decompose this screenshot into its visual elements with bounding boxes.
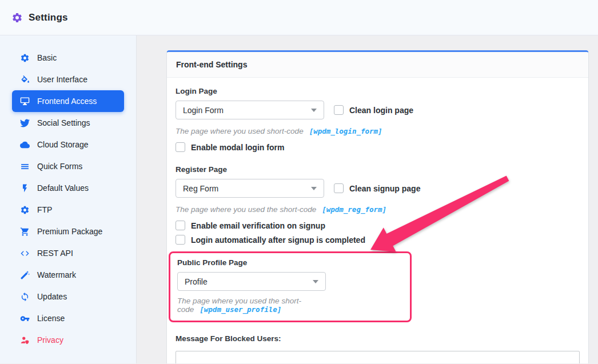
public-profile-page-select[interactable]: Profile: [177, 272, 326, 291]
sidebar-item-label: Default Values: [37, 183, 89, 193]
card-title: Front-end Settings: [167, 52, 588, 78]
sidebar-item-label: REST API: [37, 249, 73, 258]
checkbox-box[interactable]: [176, 221, 185, 230]
sidebar-item-label: User Interface: [37, 75, 87, 84]
sidebar-item-basic[interactable]: Basic: [12, 47, 124, 69]
chevron-down-icon: [313, 280, 318, 283]
sidebar-item-user-interface[interactable]: User Interface: [12, 69, 124, 90]
settings-gear-icon: [11, 12, 23, 23]
sidebar-item-label: Privacy: [37, 335, 63, 345]
settings-sidebar: Basic User Interface Frontend Access Soc…: [0, 35, 137, 363]
register-page-select-value: Reg Form: [183, 184, 218, 193]
wand-icon: [20, 270, 30, 280]
sidebar-item-label: Basic: [37, 53, 57, 62]
login-page-select-value: Login Form: [183, 106, 224, 115]
sidebar-item-default-values[interactable]: Default Values: [12, 177, 124, 199]
register-page-select[interactable]: Reg Form: [176, 179, 324, 198]
login-shortcode: [wpdm_login_form]: [309, 127, 382, 135]
desktop-icon: [20, 97, 30, 106]
checkbox-box[interactable]: [176, 142, 185, 152]
sidebar-item-social-settings[interactable]: Social Settings: [12, 112, 124, 134]
sidebar-item-quick-forms[interactable]: Quick Forms: [12, 155, 124, 177]
chevron-down-icon: [311, 187, 317, 190]
checkbox-box[interactable]: [176, 235, 185, 245]
sidebar-item-label: Updates: [37, 292, 67, 301]
sidebar-item-rest-api[interactable]: REST API: [12, 242, 124, 264]
page-title: Settings: [29, 12, 68, 23]
checkbox-box[interactable]: [334, 105, 344, 115]
app-header: Settings: [0, 0, 598, 35]
settings-content: Front-end Settings Login Page Login Form…: [137, 35, 598, 363]
blocked-users-textarea[interactable]: [176, 351, 580, 363]
clean-login-page-label: Clean login page: [349, 106, 413, 115]
clean-signup-page-checkbox[interactable]: Clean signup page: [334, 183, 420, 193]
login-page-select[interactable]: Login Form: [176, 101, 324, 119]
sidebar-item-license[interactable]: License: [12, 307, 124, 329]
sidebar-item-cloud-storage[interactable]: Cloud Storage: [12, 134, 124, 155]
sidebar-item-label: License: [37, 314, 65, 323]
email-verification-label: Enable email verification on signup: [191, 221, 325, 230]
checkbox-box[interactable]: [334, 183, 344, 193]
register-shortcode: [wpdm_reg_form]: [322, 205, 386, 214]
sidebar-item-label: Premium Package: [37, 227, 102, 236]
gear-icon: [20, 205, 30, 215]
blocked-users-label: Message For Blocked Users:: [176, 334, 580, 343]
public-profile-highlight-box: Public Profile Page Profile The page whe…: [169, 251, 412, 322]
paint-icon: [20, 75, 30, 85]
auto-login-label: Login automatically after signup is comp…: [191, 235, 365, 245]
list-icon: [20, 162, 30, 171]
sidebar-item-watermark[interactable]: Watermark: [12, 264, 124, 286]
login-shortcode-hint: The page where you used short-code[wpdm_…: [176, 127, 580, 135]
email-verification-checkbox[interactable]: Enable email verification on signup: [176, 221, 580, 230]
public-profile-select-value: Profile: [185, 277, 208, 286]
sidebar-item-label: Frontend Access: [37, 97, 97, 106]
cloud-icon: [20, 140, 30, 150]
enable-modal-login-label: Enable modal login form: [191, 143, 284, 152]
clean-login-page-checkbox[interactable]: Clean login page: [334, 105, 413, 115]
key-icon: [20, 314, 30, 323]
frontend-settings-card: Front-end Settings Login Page Login Form…: [166, 50, 589, 363]
sidebar-item-label: Cloud Storage: [37, 140, 89, 149]
register-shortcode-hint: The page where you used the short-code[w…: [176, 205, 580, 214]
cart-icon: [20, 227, 30, 237]
sidebar-item-privacy[interactable]: Privacy: [12, 329, 124, 351]
twitter-icon: [20, 118, 30, 128]
sidebar-item-label: FTP: [37, 205, 52, 214]
sync-icon: [20, 292, 30, 302]
sidebar-item-updates[interactable]: Updates: [12, 286, 124, 307]
sidebar-item-label: Social Settings: [37, 118, 90, 127]
login-page-label: Login Page: [176, 87, 580, 95]
sidebar-item-premium-package[interactable]: Premium Package: [12, 221, 124, 242]
enable-modal-login-checkbox[interactable]: Enable modal login form: [176, 142, 580, 152]
sidebar-item-frontend-access[interactable]: Frontend Access: [12, 90, 124, 112]
auto-login-checkbox[interactable]: Login automatically after signup is comp…: [176, 235, 580, 245]
user-shield-icon: [20, 335, 30, 345]
sidebar-item-label: Quick Forms: [37, 162, 82, 171]
sidebar-item-ftp[interactable]: FTP: [12, 199, 124, 221]
gear-icon: [20, 53, 30, 63]
profile-shortcode-hint: The page where you used the short-code[w…: [177, 297, 403, 314]
chevron-down-icon: [311, 109, 317, 112]
sidebar-item-label: Watermark: [37, 270, 76, 279]
profile-shortcode: [wpdm_user_profile]: [200, 305, 281, 314]
bolt-icon: [20, 183, 30, 193]
clean-signup-page-label: Clean signup page: [349, 184, 420, 193]
public-profile-page-label: Public Profile Page: [177, 258, 403, 267]
code-icon: [20, 249, 30, 258]
register-page-label: Register Page: [176, 165, 580, 174]
